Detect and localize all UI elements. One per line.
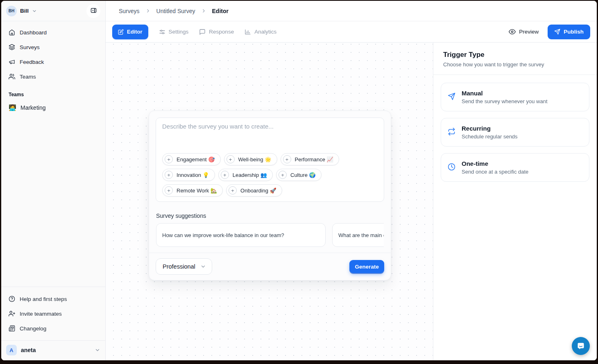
publish-label: Publish (564, 29, 584, 35)
tab-label: Response (209, 29, 234, 35)
sidebar-item-feedback[interactable]: Feedback (5, 55, 102, 69)
tab-editor[interactable]: Editor (112, 25, 148, 39)
user-menu[interactable]: A aneta (1, 340, 105, 360)
editor-canvas[interactable]: + Engagement 🎯 + Well-being 🌟 + Performa… (106, 43, 433, 360)
suggestion-card[interactable]: What are the main ob (332, 223, 384, 247)
send-icon (448, 93, 455, 104)
publish-button[interactable]: Publish (548, 25, 590, 39)
trigger-panel-header: Trigger Type Choose how you want to trig… (433, 43, 597, 75)
user-name: aneta (21, 347, 36, 353)
home-icon (9, 29, 15, 36)
tab-settings[interactable]: Settings (159, 29, 189, 35)
sidebar-collapse-button[interactable] (86, 4, 100, 18)
layers-icon (9, 44, 15, 50)
suggestion-text: How can we improve work-life balance in … (162, 232, 284, 238)
trigger-title: One-time (462, 160, 528, 167)
tabbar-actions: Preview Publish (509, 25, 590, 39)
suggestion-text: What are the main ob (338, 232, 384, 238)
sidebar-item-teams[interactable]: Teams (5, 70, 102, 84)
chevron-down-icon (200, 264, 206, 269)
tab-response[interactable]: Response (199, 29, 234, 35)
breadcrumb-untitled-survey[interactable]: Untitled Survey (156, 8, 195, 14)
chip-leadership[interactable]: + Leadership 👥 (218, 169, 273, 181)
chip-innovation[interactable]: + Innovation 💡 (162, 169, 215, 181)
chip-culture[interactable]: + Culture 🌍 (276, 169, 322, 181)
chat-bubble-icon (576, 341, 586, 351)
sidebar-item-changelog[interactable]: Changelog (5, 321, 102, 335)
trigger-type-panel: Trigger Type Choose how you want to trig… (433, 43, 597, 360)
chip-engagement[interactable]: + Engagement 🎯 (162, 153, 221, 165)
chip-performance[interactable]: + Performance 📈 (281, 153, 339, 165)
sidebar-item-surveys[interactable]: Surveys (5, 40, 102, 54)
tab-analytics[interactable]: Analytics (245, 29, 276, 35)
panel-title: Trigger Type (443, 51, 587, 59)
plus-icon: + (165, 186, 173, 194)
trigger-option-recurring[interactable]: Recurring Schedule regular sends (441, 118, 589, 147)
chevron-down-icon (95, 347, 100, 353)
suggestions-row: How can we improve work-life balance in … (156, 223, 384, 247)
chip-well-being[interactable]: + Well-being 🌟 (224, 153, 277, 165)
teams-section-label: Teams (9, 92, 98, 97)
sidebar-item-label: Teams (20, 74, 36, 80)
trigger-option-manual[interactable]: Manual Send the survey whenever you want (441, 83, 589, 111)
sidebar-item-help[interactable]: Help and first steps (5, 292, 102, 306)
survey-description-input[interactable] (162, 123, 378, 149)
sidebar-item-dashboard[interactable]: Dashboard (5, 25, 102, 39)
eye-icon (509, 28, 516, 35)
chip-label: Performance 📈 (295, 156, 333, 163)
message-icon (199, 29, 206, 35)
tab-label: Analytics (254, 29, 276, 35)
sidebar-collapse-icon (90, 7, 97, 15)
team-emoji: 🧑‍💻 (9, 104, 16, 111)
chip-onboarding[interactable]: + Onboarding 🚀 (226, 184, 282, 197)
tab-label: Settings (169, 29, 189, 35)
plus-icon: + (227, 155, 235, 163)
suggestion-card[interactable]: How can we improve work-life balance in … (156, 223, 326, 247)
chip-label: Engagement 🎯 (177, 156, 215, 163)
sidebar-nav: Dashboard Surveys Feedback Teams (1, 21, 105, 84)
megaphone-icon (9, 59, 15, 65)
chip-label: Culture 🌍 (290, 172, 316, 178)
trigger-description: Send once at a specific date (462, 169, 528, 175)
chip-remote-work[interactable]: + Remote Work 🏡 (162, 184, 223, 197)
workspace-name: Bill (20, 8, 29, 14)
sidebar-item-invite[interactable]: Invite teammates (5, 307, 102, 321)
app-window: BH Bill Dashboard Surv (1, 1, 597, 360)
widget-footer: Professional Generate (149, 253, 391, 280)
help-circle-icon (9, 296, 15, 302)
breadcrumb: Surveys Untitled Survey Editor (106, 1, 597, 21)
breadcrumb-surveys[interactable]: Surveys (119, 8, 140, 14)
trigger-title: Manual (462, 90, 548, 97)
trigger-title: Recurring (462, 125, 518, 132)
workspace-switcher[interactable]: BH Bill (1, 1, 105, 21)
chip-label: Innovation 💡 (177, 172, 209, 178)
trigger-description: Send the survey whenever you want (462, 98, 548, 104)
users-icon (9, 73, 15, 80)
user-plus-icon (9, 310, 15, 317)
user-avatar: A (6, 345, 17, 355)
content-area: + Engagement 🎯 + Well-being 🌟 + Performa… (106, 43, 597, 360)
sidebar-item-label: Changelog (20, 326, 46, 332)
team-name: Marketing (20, 104, 45, 111)
topic-chips: + Engagement 🎯 + Well-being 🌟 + Performa… (162, 153, 378, 197)
sidebar-item-label: Help and first steps (20, 296, 67, 302)
suggestions-label: Survey suggestions (156, 213, 384, 219)
generate-button[interactable]: Generate (349, 260, 384, 273)
newspaper-icon (9, 325, 15, 332)
chip-label: Onboarding 🚀 (240, 188, 276, 194)
tab-bar: Editor Settings Response Analytics (106, 21, 597, 43)
chat-launcher-button[interactable] (572, 337, 590, 355)
survey-generator-widget: + Engagement 🎯 + Well-being 🌟 + Performa… (149, 111, 391, 280)
chevron-down-icon (32, 9, 37, 14)
preview-button[interactable]: Preview (509, 28, 539, 35)
bar-chart-icon (245, 29, 251, 35)
plus-icon: + (165, 171, 173, 179)
trigger-description: Schedule regular sends (462, 133, 518, 140)
chip-label: Well-being 🌟 (238, 156, 272, 163)
plus-icon: + (165, 155, 173, 163)
sidebar-item-label: Invite teammates (20, 311, 62, 317)
sidebar-team-marketing[interactable]: 🧑‍💻 Marketing (1, 101, 105, 115)
trigger-option-one-time[interactable]: One-time Send once at a specific date (441, 153, 589, 182)
tone-select[interactable]: Professional (156, 258, 212, 275)
trigger-options: Manual Send the survey whenever you want… (433, 75, 597, 190)
